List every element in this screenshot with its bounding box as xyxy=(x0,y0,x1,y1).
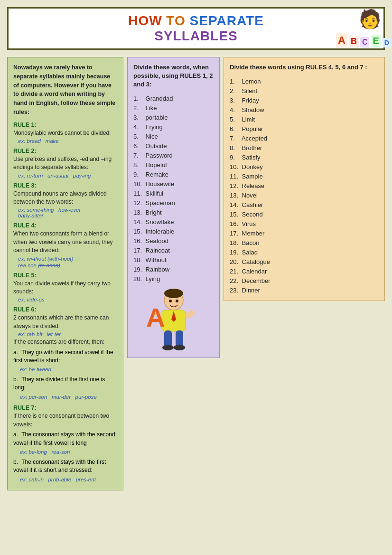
rule-4-example-2: rea-son (re-ason) xyxy=(18,263,117,268)
list-item: 12. Release xyxy=(230,181,379,190)
list-item: 11. Sample xyxy=(230,171,379,181)
right-word-list: 1. Lemon 2. Silent 3. Friday 4. Shadow 5… xyxy=(230,76,379,295)
list-item: 7. Password xyxy=(133,151,214,160)
title-line1: HOW TO SEPARATE xyxy=(16,13,376,28)
list-item: 6. Outside xyxy=(133,141,214,151)
rule-1: RULE 1: Monosyllabic words cannot be div… xyxy=(13,122,117,144)
main-content: Nowadays we rarely have to separate syll… xyxy=(7,57,385,490)
rule-3: RULE 3: Compound nouns are always divide… xyxy=(13,182,117,219)
list-item: 17. Member xyxy=(230,228,379,238)
list-item: 10. Housewife xyxy=(133,179,214,189)
rule-7b-text: The consonant stays with the first vowel… xyxy=(13,459,106,473)
svg-point-10 xyxy=(169,300,172,302)
right-col-header: Divide these words using RULES 4, 5, 6 a… xyxy=(230,63,379,72)
list-item: 4. Shadow xyxy=(230,105,379,114)
rules-column: Nowadays we rarely have to separate syll… xyxy=(7,57,123,490)
page: HOW TO SEPARATE SYLLABLES 🧑 A B C E D No… xyxy=(7,7,385,490)
rule-6-title: RULE 6: xyxy=(13,306,117,313)
rule-1-text: Monosyllabic words cannot be divided: xyxy=(13,129,117,137)
rule-4: RULE 4: When two consonants form a blend… xyxy=(13,222,117,268)
title-line2: SYLLABLES xyxy=(16,28,376,44)
rule-5: RULE 5: You can divide vowels if they ca… xyxy=(13,272,117,303)
student-illustration: A xyxy=(145,289,202,352)
rule-2-example: ex: re-turn un-usual pay-ing xyxy=(18,173,117,179)
middle-column: Divide these words, when possible, using… xyxy=(127,57,220,358)
how-text: HOW xyxy=(128,13,162,28)
rule-2: RULE 2: Use prefixes and suffixes, -ed a… xyxy=(13,148,117,179)
rule-7-title: RULE 7: xyxy=(13,404,117,411)
list-item: 18. Bacon xyxy=(230,238,379,247)
list-item: 22. December xyxy=(230,276,379,285)
list-item: 14. Cashier xyxy=(230,200,379,209)
letter-c: C xyxy=(360,37,370,47)
rule-7b-label: b. xyxy=(13,458,20,466)
svg-point-9 xyxy=(174,345,185,350)
rule-5-text: You can divide vowels if they carry two … xyxy=(13,280,117,296)
rule-7: RULE 7: If there is one consonant betwee… xyxy=(13,404,117,483)
rule-5-example: ex: vide-os xyxy=(18,297,117,302)
letter-b: B xyxy=(349,36,359,47)
list-item: 6. Popular xyxy=(230,124,379,133)
list-item: 13. Bright xyxy=(133,208,214,217)
rule-7a-label: a. xyxy=(13,431,20,439)
list-item: 17. Raincoat xyxy=(133,246,214,255)
separate-text: SEPARATE xyxy=(186,13,264,28)
svg-rect-7 xyxy=(176,330,183,347)
right-column: Divide these words using RULES 4, 5, 6 a… xyxy=(224,57,385,301)
rule-7a: a. The consonant stays with the second v… xyxy=(13,431,117,456)
list-item: 7. Accepted xyxy=(230,133,379,143)
list-item: 14. Snowflake xyxy=(133,217,214,227)
list-item: 20. Lying xyxy=(133,274,214,284)
rule-4-text: When two consonants form a blend or when… xyxy=(13,230,117,254)
list-item: 1. Granddad xyxy=(133,94,214,103)
list-item: 18. Without xyxy=(133,255,214,265)
list-item: 2. Like xyxy=(133,103,214,113)
list-item: 19. Rainbow xyxy=(133,265,214,274)
svg-point-1 xyxy=(164,289,183,298)
svg-point-8 xyxy=(162,345,174,350)
rule-6a-example: ex: be-tween xyxy=(20,366,117,374)
rule-1-example: ex: bread make xyxy=(18,138,117,144)
rule-6a-text: They go with the second vowel if the fir… xyxy=(13,349,113,364)
header-title: HOW TO SEPARATE SYLLABLES xyxy=(16,13,376,44)
svg-text:A: A xyxy=(146,303,165,332)
list-item: 10. Donkey xyxy=(230,162,379,171)
rule-6a-label: a. xyxy=(13,348,20,357)
letter-e: E xyxy=(371,35,381,47)
rule-6b-example: ex: per-son mur-der pur-pose xyxy=(20,393,117,401)
rule-4-title: RULE 4: xyxy=(13,222,117,229)
list-item: 4. Frying xyxy=(133,122,214,132)
list-item: 8. Hopeful xyxy=(133,160,214,170)
rule-6-text: 2 consonants which are the same can alwa… xyxy=(13,314,117,330)
svg-point-11 xyxy=(176,300,178,302)
list-item: 8. Brother xyxy=(230,143,379,152)
rule-6: RULE 6: 2 consonants which are the same … xyxy=(13,306,117,401)
rule-6b-text: They are divided if the first one is lon… xyxy=(13,376,105,391)
rule-7b-example: ex: cab-in prob-able pres-ent xyxy=(20,476,117,484)
list-item: 13. Novel xyxy=(230,190,379,200)
rule-7a-text: The consonant stays with the second vowe… xyxy=(13,431,115,446)
list-item: 3. Friday xyxy=(230,95,379,105)
rule-6-example: ex: rab-bit let-ter xyxy=(18,331,117,337)
list-item: 5. Limit xyxy=(230,114,379,124)
list-item: 20. Catalogue xyxy=(230,257,379,266)
rule-4-example-1: ex: wi-thout (with-hout) xyxy=(18,256,117,262)
rule-6a: a. They go with the second vowel if the … xyxy=(13,348,117,374)
middle-col-header: Divide these words, when possible, using… xyxy=(133,63,214,89)
list-item: 9. Satisfy xyxy=(230,152,379,162)
person-icon: 🧑 xyxy=(359,9,381,29)
rule-5-title: RULE 5: xyxy=(13,272,117,279)
to-text: TO xyxy=(162,13,186,28)
rule-6b-label: b. xyxy=(13,376,20,384)
rule-3-example: ex: some-thing how-everbaby-sitter xyxy=(18,207,117,218)
rule-7a-example: ex: be-long rea-son xyxy=(20,448,117,456)
letter-d: D xyxy=(383,38,391,47)
rule-2-title: RULE 2: xyxy=(13,148,117,154)
student-svg: A xyxy=(145,289,202,350)
list-item: 5. Nice xyxy=(133,132,214,141)
middle-bottom-illustration: A xyxy=(133,289,214,352)
header-box: HOW TO SEPARATE SYLLABLES 🧑 A B C E D xyxy=(7,7,385,50)
rule-6b: b. They are divided if the first one is … xyxy=(13,376,117,401)
rule-7-text: If there is one consonant between two vo… xyxy=(13,412,117,429)
list-item: 9. Remake xyxy=(133,170,214,179)
